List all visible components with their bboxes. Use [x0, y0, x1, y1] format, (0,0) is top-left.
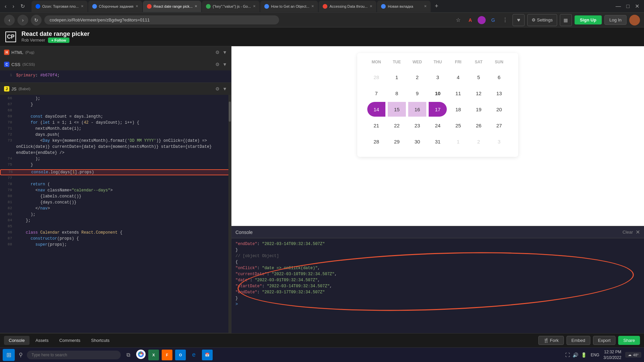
- network-icon[interactable]: ⛶: [565, 352, 570, 358]
- nav-back-button[interactable]: ‹: [4, 15, 15, 25]
- cal-day-0-4[interactable]: 4: [449, 70, 467, 84]
- tab-close-icon[interactable]: ✕: [311, 4, 314, 8]
- tab-close-icon[interactable]: ✕: [136, 4, 138, 8]
- extension3-icon[interactable]: G: [488, 15, 498, 25]
- cal-day-3-0[interactable]: 21: [367, 118, 385, 133]
- taskbar-edge-icon[interactable]: e: [189, 350, 199, 360]
- taskbar-excel-icon[interactable]: X: [148, 350, 159, 360]
- browser-tab-tab5[interactable]: How to Get an Object...✕: [260, 1, 318, 12]
- new-tab-button[interactable]: +: [432, 3, 441, 10]
- embed-button[interactable]: Embed: [567, 336, 590, 345]
- volume-icon[interactable]: 🔊: [573, 352, 578, 358]
- bottom-tab-assets[interactable]: Assets: [31, 336, 53, 345]
- forward-button[interactable]: ›: [10, 3, 16, 10]
- editor-scrollbar-thumb[interactable]: [229, 102, 231, 122]
- tab-close-icon[interactable]: ✕: [195, 4, 197, 8]
- start-button[interactable]: ⊞: [3, 349, 15, 361]
- cal-day-3-6[interactable]: 27: [490, 118, 508, 133]
- cal-day-4-3[interactable]: 31: [429, 134, 447, 149]
- share-button[interactable]: Share: [618, 336, 640, 345]
- taskbar-task-view[interactable]: ⧉: [123, 350, 133, 360]
- cal-day-2-3[interactable]: 17: [429, 102, 447, 117]
- html-expand-icon[interactable]: ▼: [222, 50, 227, 55]
- cal-day-4-1[interactable]: 29: [388, 134, 406, 149]
- cal-day-3-5[interactable]: 26: [470, 118, 488, 133]
- browser-tab-tab2[interactable]: Сборочные задания✕: [88, 1, 142, 12]
- export-button[interactable]: Export: [593, 336, 616, 345]
- sign-up-button[interactable]: Sign Up: [575, 15, 602, 24]
- css-editor-body[interactable]: 1 $primary: #b670f4;: [0, 70, 231, 82]
- follow-button[interactable]: + Follow: [48, 38, 69, 43]
- nav-forward-button[interactable]: ›: [17, 15, 28, 25]
- cal-day-4-4[interactable]: 1: [449, 134, 467, 149]
- cal-day-2-6[interactable]: 20: [490, 102, 508, 117]
- taskbar-chrome-icon[interactable]: [136, 350, 146, 359]
- js-settings-icon[interactable]: ⚙: [215, 86, 220, 92]
- editor-scrollbar[interactable]: [228, 95, 231, 333]
- extension2-icon[interactable]: [478, 16, 486, 24]
- taskbar-app3-icon[interactable]: F: [162, 350, 172, 360]
- cal-day-0-3[interactable]: 3: [429, 70, 447, 84]
- js-expand-icon[interactable]: ▼: [222, 86, 227, 92]
- bottom-tab-shortcuts[interactable]: Shortcuts: [87, 336, 114, 345]
- cal-day-1-2[interactable]: 9: [408, 86, 426, 101]
- browser-tab-tab6[interactable]: Accessing Data throu...✕: [319, 1, 376, 12]
- cal-day-1-1[interactable]: 8: [388, 86, 406, 101]
- cal-day-1-4[interactable]: 11: [449, 86, 467, 101]
- back-button[interactable]: ‹: [3, 3, 8, 10]
- bottom-tab-comments[interactable]: Comments: [55, 336, 85, 345]
- browser-tab-tab4[interactable]: {"key":"value"} js - Go...✕: [202, 1, 260, 12]
- cal-day-1-0[interactable]: 7: [367, 86, 385, 101]
- cal-day-2-5[interactable]: 19: [470, 102, 488, 117]
- nav-refresh-button[interactable]: ↻: [31, 15, 42, 25]
- cal-day-4-2[interactable]: 30: [408, 134, 426, 149]
- browser-tab-tab1[interactable]: Ozon: Торговая пло...✕: [32, 1, 88, 12]
- settings-menu-icon[interactable]: ⋮: [500, 15, 510, 25]
- cal-day-2-0[interactable]: 14: [367, 102, 385, 117]
- cal-day-4-5[interactable]: 2: [470, 134, 488, 149]
- star-icon[interactable]: ☆: [453, 15, 463, 25]
- cal-day-3-4[interactable]: 25: [449, 118, 467, 133]
- tab-close-icon[interactable]: ✕: [424, 4, 427, 8]
- console-close-button[interactable]: ✕: [636, 229, 640, 235]
- grid-layout-button[interactable]: ▦: [560, 14, 572, 26]
- bottom-tab-console[interactable]: Console: [4, 336, 30, 345]
- css-settings-icon[interactable]: ⚙: [215, 62, 220, 67]
- close-window-button[interactable]: ✕: [633, 2, 641, 10]
- cal-day-0-0[interactable]: 28: [367, 70, 385, 84]
- battery-icon[interactable]: 🔋: [581, 352, 587, 358]
- console-clear-button[interactable]: Clear: [623, 230, 633, 235]
- tab-close-icon[interactable]: ✕: [253, 4, 256, 8]
- cal-day-3-2[interactable]: 23: [408, 118, 426, 133]
- extension-icon[interactable]: A: [466, 15, 475, 25]
- refresh-button[interactable]: ↻: [18, 2, 27, 10]
- user-avatar[interactable]: [629, 15, 640, 25]
- tab-close-icon[interactable]: ✕: [370, 4, 372, 8]
- js-editor-body[interactable]: 66 ); 67 } 68 69 const daysCount = days.…: [0, 95, 231, 333]
- log-in-button[interactable]: Log In: [604, 15, 627, 25]
- taskbar-calendar-icon[interactable]: 📅: [202, 350, 213, 360]
- taskbar-search-icon[interactable]: ⚲: [17, 351, 25, 359]
- cal-day-2-4[interactable]: 18: [449, 102, 467, 117]
- weather-widget[interactable]: ☁ 48°: [625, 352, 641, 358]
- cal-day-0-2[interactable]: 2: [408, 70, 426, 84]
- cal-day-3-1[interactable]: 22: [388, 118, 406, 133]
- cal-day-2-1[interactable]: 15: [388, 102, 406, 117]
- browser-tab-tab7[interactable]: Новая вкладка✕: [377, 1, 431, 12]
- css-expand-icon[interactable]: ▼: [222, 62, 227, 67]
- taskbar-search-input[interactable]: [27, 351, 121, 359]
- html-settings-icon[interactable]: ⚙: [215, 50, 220, 55]
- cal-day-1-6[interactable]: 13: [490, 86, 508, 101]
- cal-day-4-6[interactable]: 3: [490, 134, 508, 149]
- browser-tab-tab3[interactable]: React date range pick...✕: [143, 1, 201, 12]
- cal-day-4-0[interactable]: 28: [367, 134, 385, 149]
- fork-button[interactable]: 🍴 Fork: [538, 336, 564, 345]
- cal-day-1-3[interactable]: 10: [429, 86, 447, 101]
- cal-day-2-2[interactable]: 16: [408, 102, 426, 117]
- cal-day-3-3[interactable]: 24: [429, 118, 447, 133]
- settings-button[interactable]: ⚙ Settings: [527, 14, 557, 26]
- cal-day-0-1[interactable]: 1: [388, 70, 406, 84]
- address-input[interactable]: [44, 15, 279, 24]
- tab-close-icon[interactable]: ✕: [81, 4, 84, 8]
- taskbar-outlook-icon[interactable]: O: [175, 350, 186, 360]
